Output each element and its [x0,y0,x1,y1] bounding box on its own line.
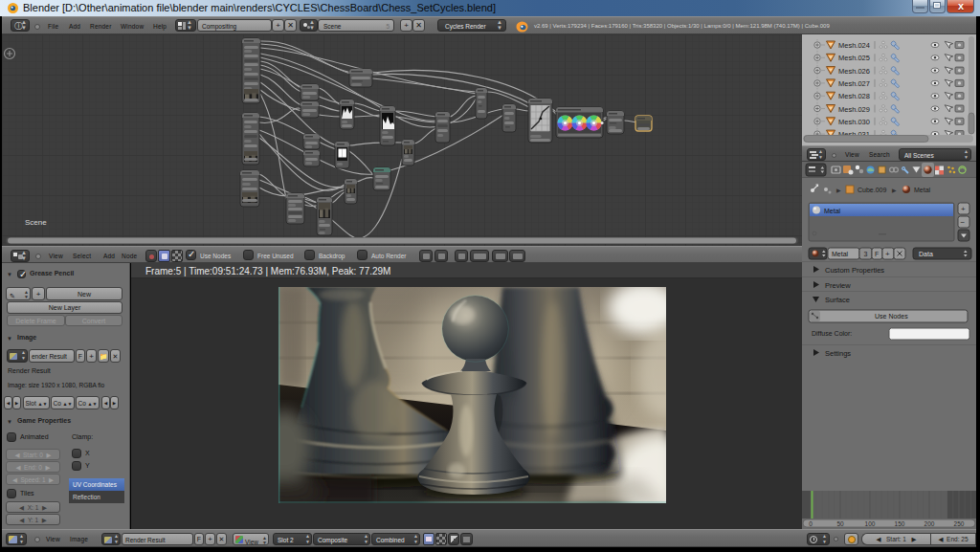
svg-text:50: 50 [836,520,844,527]
svg-text:Metal: Metal [832,251,849,257]
svg-text:−: − [961,218,966,227]
svg-text:▶: ▶ [892,188,897,193]
svg-text:Diffuse Color:: Diffuse Color: [812,330,852,337]
svg-text:250: 250 [954,520,965,527]
svg-text:3: 3 [864,251,868,257]
svg-text:Settings: Settings [825,349,851,358]
svg-text:Data: Data [919,251,933,257]
svg-text:Cube.009: Cube.009 [858,187,886,193]
svg-text:200: 200 [924,520,935,527]
svg-text:Scene: Scene [25,218,47,227]
svg-text:Custom Properties: Custom Properties [825,266,884,275]
svg-text:0: 0 [809,520,813,527]
svg-text:150: 150 [895,520,905,527]
svg-text:Mesh.029: Mesh.029 [838,105,870,114]
svg-text:Mesh.025: Mesh.025 [838,54,870,62]
svg-text:+: + [961,205,966,213]
svg-text:Mesh.028: Mesh.028 [838,92,870,100]
svg-text:100: 100 [865,520,876,527]
svg-text:Mesh.030: Mesh.030 [838,118,870,126]
svg-text:+: + [885,250,890,258]
svg-text:Metal: Metal [914,187,931,193]
svg-text:Surface: Surface [825,296,850,304]
svg-text:Use Nodes: Use Nodes [875,313,908,320]
svg-text:Mesh.024: Mesh.024 [838,41,870,50]
svg-text:Preview: Preview [825,281,851,290]
svg-text:Metal: Metal [824,208,841,214]
svg-text:Mesh.027: Mesh.027 [838,79,870,88]
svg-text:F: F [875,251,879,257]
svg-text:Mesh.026: Mesh.026 [838,67,870,76]
svg-text:▶: ▶ [836,188,841,193]
